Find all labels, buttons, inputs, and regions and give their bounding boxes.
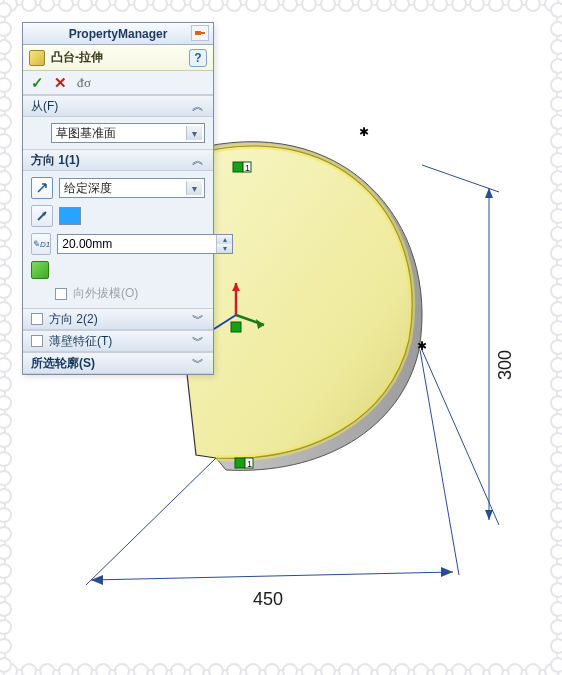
pm-titlebar: PropertyManager xyxy=(23,23,213,45)
end-condition-combo[interactable]: 给定深度 ▾ xyxy=(59,178,205,198)
svg-text:300: 300 xyxy=(495,350,515,380)
section-dir1-body: 给定深度 ▾ ✎D1 ▴ ▾ xyxy=(23,171,213,308)
svg-marker-22 xyxy=(441,567,453,577)
svg-rect-9 xyxy=(235,458,245,468)
svg-text:450: 450 xyxy=(253,589,283,609)
chevron-down-icon: ︾ xyxy=(191,311,205,328)
confirm-row: ✓ ✕ ᵭσ xyxy=(23,71,213,95)
svg-rect-6 xyxy=(233,162,243,172)
chevron-down-icon: ︾ xyxy=(191,333,205,350)
svg-rect-5 xyxy=(231,322,241,332)
section-dir1-label: 方向 1(1) xyxy=(31,152,80,169)
chevron-up-icon: ︽ xyxy=(191,98,205,115)
svg-text:✱: ✱ xyxy=(417,339,427,353)
pin-icon[interactable] xyxy=(191,25,209,41)
thin-enable-checkbox[interactable] xyxy=(31,335,43,347)
direction-vector-button[interactable] xyxy=(31,205,53,227)
spin-down-button[interactable]: ▾ xyxy=(217,244,232,253)
svg-marker-21 xyxy=(91,575,103,585)
depth-field[interactable] xyxy=(58,235,216,253)
end-condition-value: 给定深度 xyxy=(64,180,112,197)
chevron-down-icon: ︾ xyxy=(191,355,205,372)
section-from-label: 从(F) xyxy=(31,98,58,115)
svg-line-12 xyxy=(422,165,499,192)
section-contour-label: 所选轮廓(S) xyxy=(31,355,95,372)
reverse-direction-button[interactable] xyxy=(31,177,53,199)
chevron-down-icon: ▾ xyxy=(186,126,202,140)
svg-text:1: 1 xyxy=(247,459,252,469)
draft-outward-label: 向外拔模(O) xyxy=(73,285,138,302)
svg-rect-27 xyxy=(201,32,205,34)
svg-line-18 xyxy=(86,458,216,585)
section-from-header[interactable]: 从(F) ︽ xyxy=(23,95,213,117)
svg-line-20 xyxy=(91,572,453,580)
section-from-body: 草图基准面 ▾ xyxy=(23,117,213,149)
chevron-up-icon: ︽ xyxy=(191,152,205,169)
svg-text:✱: ✱ xyxy=(359,125,369,139)
section-dir2-header[interactable]: 方向 2(2) ︾ xyxy=(23,308,213,330)
section-dir2-label: 方向 2(2) xyxy=(49,311,98,328)
section-contour-header[interactable]: 所选轮廓(S) ︾ xyxy=(23,352,213,374)
direction-selection-well[interactable] xyxy=(59,207,81,225)
depth-input[interactable]: ▴ ▾ xyxy=(57,234,233,254)
feature-name: 凸台-拉伸 xyxy=(51,49,103,66)
pm-title-text: PropertyManager xyxy=(69,27,168,41)
preview-button[interactable]: ᵭσ xyxy=(77,75,91,91)
svg-rect-26 xyxy=(195,31,201,35)
property-manager-panel: PropertyManager 凸台-拉伸 ? ✓ ✕ ᵭσ 从(F) ︽ 草图… xyxy=(22,22,214,375)
spin-up-button[interactable]: ▴ xyxy=(217,235,232,244)
from-combo[interactable]: 草图基准面 ▾ xyxy=(51,123,205,143)
draft-toggle-button[interactable] xyxy=(31,261,49,279)
help-button[interactable]: ? xyxy=(189,49,207,67)
section-thin-label: 薄壁特征(T) xyxy=(49,333,112,350)
section-dir1-header[interactable]: 方向 1(1) ︽ xyxy=(23,149,213,171)
feature-header: 凸台-拉伸 ? xyxy=(23,45,213,71)
draft-outward-checkbox xyxy=(55,288,67,300)
chevron-down-icon: ▾ xyxy=(186,181,202,195)
svg-line-19 xyxy=(420,350,459,575)
ok-button[interactable]: ✓ xyxy=(31,74,44,92)
depth-icon: ✎D1 xyxy=(31,233,51,255)
dir2-enable-checkbox[interactable] xyxy=(31,313,43,325)
cancel-button[interactable]: ✕ xyxy=(54,74,67,92)
svg-text:1: 1 xyxy=(245,163,250,173)
svg-line-13 xyxy=(422,350,499,525)
extrude-feature-icon xyxy=(29,50,45,66)
from-combo-value: 草图基准面 xyxy=(56,125,116,142)
section-thin-header[interactable]: 薄壁特征(T) ︾ xyxy=(23,330,213,352)
svg-marker-16 xyxy=(485,510,493,520)
